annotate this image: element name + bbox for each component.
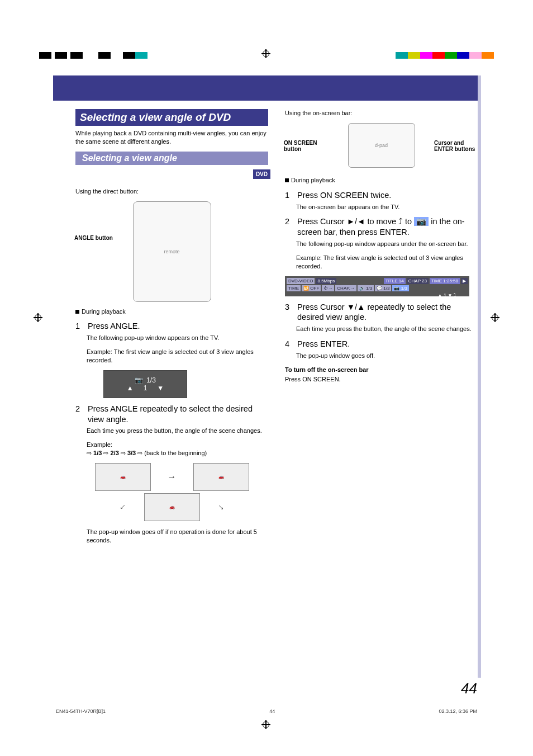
section-subtitle: Selecting a view angle xyxy=(75,152,268,165)
step2-head: 2 Press ANGLE repeatedly to select the d… xyxy=(75,404,268,425)
turn-off-head: To turn off the on-screen bar xyxy=(285,366,478,374)
reg-cross-side-l xyxy=(34,313,42,322)
step1-l1: The following pop-up window appears on t… xyxy=(87,334,268,342)
popup-angle: 📷1/3 ▲ 1 ▼ xyxy=(103,370,187,398)
camera-icon: 📷 xyxy=(135,376,143,384)
right-column: Using the on-screen bar: ON SCREEN butto… xyxy=(285,109,478,550)
footer-center: 44 xyxy=(269,708,275,714)
reg-cross-left xyxy=(261,49,270,58)
step1-example: Example: The first view angle is selecte… xyxy=(87,348,268,365)
color-bar-left xyxy=(39,52,160,59)
method-osd: Using the on-screen bar: xyxy=(285,109,478,117)
reg-cross-bottom xyxy=(261,720,270,729)
footer-left: EN41-54TH-V70R[B]1 xyxy=(56,708,106,714)
intro-text: While playing back a DVD containing mult… xyxy=(75,129,268,146)
step2-l1: Each time you press the button, the angl… xyxy=(87,427,268,435)
cursor-right-left-icon: ►/◄ xyxy=(347,217,368,226)
r-step2-ex: Example: The first view angle is selecte… xyxy=(296,254,478,271)
header-band xyxy=(53,75,480,101)
during-playback-r: During playback xyxy=(285,176,478,185)
onscreen-button-label: ON SCREEN button xyxy=(284,140,323,152)
step2-tail: The pop-up window goes off if no operati… xyxy=(87,528,268,545)
during-playback-l: During playback xyxy=(75,308,268,316)
car-sequence-2: → 🚗 → xyxy=(75,493,268,521)
car-angle-1: 🚗 xyxy=(95,463,151,491)
remote-illustration: remote xyxy=(133,201,211,302)
footer: EN41-54TH-V70R[B]1 44 02.3.12, 6:36 PM xyxy=(56,708,477,714)
r-step4-head: 4 Press ENTER. xyxy=(285,339,478,349)
car-angle-2: 🚗 xyxy=(193,463,249,491)
step1-head: 1 Press ANGLE. xyxy=(75,321,268,332)
angle-button-label: ANGLE button xyxy=(74,235,113,241)
car-sequence: 🚗 → 🚗 xyxy=(75,463,268,491)
turn-off-body: Press ON SCREEN. xyxy=(285,375,478,384)
step2-seq: Example: ⇨ 1/3 ⇨ 2/3 ⇨ 3/3 ⇨ (back to th… xyxy=(87,441,268,457)
dvd-badge: DVD xyxy=(253,169,270,179)
page-number: 44 xyxy=(461,680,477,697)
car-angle-3: 🚗 xyxy=(144,493,200,521)
page-title: Selecting a view angle of DVD xyxy=(75,109,268,126)
color-bar-right xyxy=(383,52,494,59)
cursor-enter-label: Cursor and ENTER buttons xyxy=(434,140,479,152)
r-step2-l1: The following pop-up window appears unde… xyxy=(296,240,478,248)
camera-icon: 📷 xyxy=(414,217,429,226)
r-step4-l1: The pop-up window goes off. xyxy=(296,352,478,360)
r-step2-head: 2 Press Cursor ►/◄ to move ⤴ to 📷 in the… xyxy=(285,216,478,238)
reg-cross-side-r xyxy=(491,313,499,322)
method-direct: Using the direct button: xyxy=(75,187,268,196)
cursor-down-up-icon: ▼/▲ xyxy=(347,303,365,311)
r-step1-head: 1 Press ON SCREEN twice. xyxy=(285,190,478,201)
pointer-icon: ⤴ xyxy=(398,217,405,226)
dpad-illustration: d-pad xyxy=(348,123,415,168)
r-step1-l1: The on-screen bar appears on the TV. xyxy=(296,203,478,211)
r-step3-l1: Each time you press the button, the angl… xyxy=(296,325,478,333)
left-column: Selecting a view angle of DVD While play… xyxy=(75,109,268,550)
footer-right: 02.3.12, 6:36 PM xyxy=(439,708,477,714)
side-tab xyxy=(478,75,481,678)
osd-bar: DVD-VIDEO 8.5Mbps TITLE 14 CHAP 23 TIME … xyxy=(285,276,469,296)
r-step3-head: 3 Press Cursor ▼/▲ repeatedly to select … xyxy=(285,302,478,323)
